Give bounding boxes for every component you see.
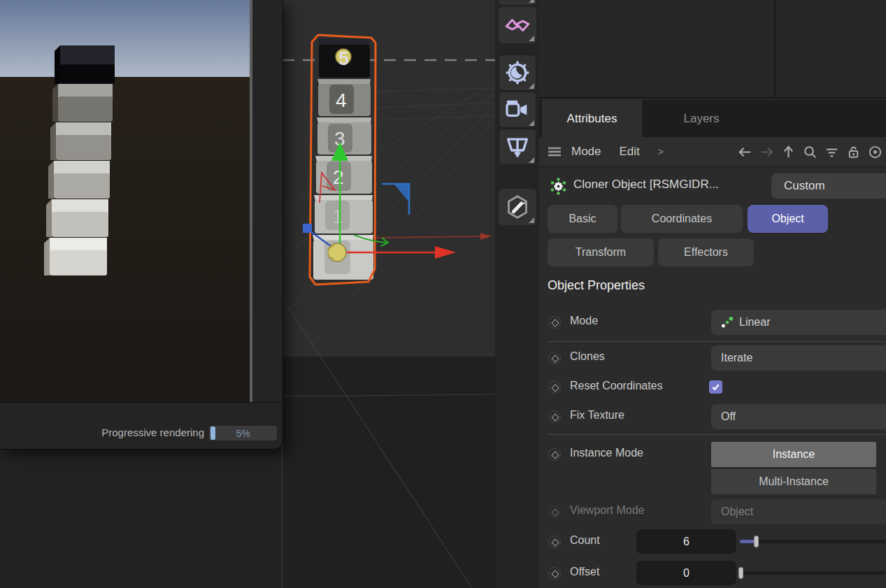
tab-object[interactable]: Object	[748, 205, 828, 233]
reset-coordinates-checkbox[interactable]	[709, 380, 722, 394]
panel-divider	[774, 0, 776, 99]
separator	[548, 434, 886, 435]
tab-layers[interactable]: Layers	[642, 100, 761, 137]
clone-handle-bottom[interactable]	[328, 243, 346, 261]
prop-row-fix-texture: Fix Texture Off	[539, 404, 886, 429]
toolbar-button-camera[interactable]	[499, 92, 536, 128]
filter-icon[interactable]	[824, 144, 840, 160]
flyout-corner-icon	[529, 36, 534, 41]
scene-object-toolbar	[496, 0, 539, 588]
separator	[548, 341, 886, 342]
render-progress-percent: 5%	[209, 426, 277, 440]
offset-slider[interactable]	[740, 561, 886, 585]
section-title: Object Properties	[548, 278, 645, 293]
viewport-3d[interactable]: 5 4 3 2 1	[282, 0, 494, 588]
viewport-mode-dropdown: Object	[711, 499, 886, 524]
mode-value: Linear	[739, 316, 770, 329]
prop-row-mode: Mode Linear	[539, 310, 886, 335]
reset-coordinates-label: Reset Coordinates	[570, 380, 663, 392]
flyout-corner-icon	[529, 120, 534, 126]
slider-thumb[interactable]	[738, 567, 743, 579]
render-statusbar: Progressive rendering 5%	[0, 420, 283, 448]
offset-input[interactable]: 0	[636, 561, 736, 585]
slider-track[interactable]	[740, 540, 886, 543]
render-progress-bar: 5%	[209, 426, 277, 440]
back-arrow-icon[interactable]	[737, 144, 753, 160]
instance-mode-label: Instance Mode	[570, 447, 643, 459]
offset-label: Offset	[570, 566, 599, 578]
toolbar-button-environment[interactable]	[499, 55, 536, 91]
cloner-object-icon	[549, 177, 568, 196]
fix-texture-dropdown[interactable]: Off	[711, 404, 886, 429]
fix-texture-label: Fix Texture	[570, 409, 624, 422]
attributes-panel: Attributes Layers Mode Edit >	[539, 0, 886, 588]
gizmo-z-handle[interactable]	[303, 224, 312, 233]
clone-number-4: 4	[336, 89, 347, 111]
keyframe-dot-icon[interactable]	[548, 536, 561, 548]
check-icon	[711, 382, 720, 392]
lock-icon[interactable]	[845, 144, 862, 160]
render-window-divider	[0, 402, 283, 403]
attributes-menu-row: Mode Edit >	[539, 137, 886, 167]
mode-label: Mode	[570, 315, 598, 327]
prop-row-count: Count 6	[539, 529, 886, 554]
stage-icon	[503, 133, 531, 161]
keyframe-dot-icon[interactable]	[548, 410, 561, 423]
keyframe-dot-icon[interactable]	[548, 567, 561, 580]
object-header-row: Cloner Object [RSMGIDR... Custom	[539, 168, 886, 204]
toolbar-button-clone-pair[interactable]	[499, 7, 536, 43]
forward-arrow-icon[interactable]	[759, 144, 775, 160]
tab-coordinates[interactable]: Coordinates	[621, 205, 743, 233]
slider-track[interactable]	[740, 571, 886, 575]
viewport-scene: 5 4 3 2 1	[283, 0, 495, 588]
progressive-rendering-label: Progressive rendering	[101, 426, 204, 438]
object-name: Cloner Object [RSMGIDR...	[573, 178, 719, 192]
prop-row-clones: Clones Iterate	[539, 345, 886, 371]
toolbar-button-stage[interactable]	[499, 129, 536, 165]
keyframe-dot-icon[interactable]	[548, 381, 561, 394]
toolbar-button-edit-capsule[interactable]	[499, 189, 536, 225]
preset-dropdown[interactable]: Custom	[771, 173, 886, 199]
search-icon[interactable]	[802, 144, 818, 160]
menu-edit[interactable]: Edit	[620, 145, 640, 159]
clone-number-2: 2	[333, 166, 344, 188]
render-preview-window: Progressive rendering 5%	[0, 0, 283, 450]
viewport-mode-value: Object	[721, 505, 753, 518]
attributes-panel-empty-area	[539, 0, 886, 99]
linear-mode-icon	[721, 316, 734, 329]
up-arrow-icon[interactable]	[780, 144, 796, 160]
camera-icon	[503, 96, 531, 124]
hamburger-menu-icon[interactable]	[546, 143, 563, 160]
instance-option-button[interactable]: Instance	[711, 442, 876, 467]
clones-value: Iterate	[721, 352, 752, 364]
tab-basic[interactable]: Basic	[548, 205, 617, 233]
clone-number-5: 5	[338, 48, 349, 69]
clones-dropdown[interactable]: Iterate	[711, 345, 886, 371]
slider-thumb[interactable]	[754, 536, 759, 547]
prop-row-reset-coordinates: Reset Coordinates	[539, 375, 886, 400]
mode-dropdown[interactable]: Linear	[711, 310, 886, 335]
flyout-corner-icon	[529, 0, 534, 3]
panel-tab-strip: Attributes Layers	[539, 100, 886, 137]
fix-texture-value: Off	[721, 410, 736, 423]
viewport-mode-label: Viewport Mode	[570, 504, 644, 517]
clone-pair-icon	[503, 11, 531, 39]
tab-effectors[interactable]: Effectors	[658, 238, 754, 266]
tab-transform[interactable]: Transform	[548, 238, 654, 266]
tab-attributes[interactable]: Attributes	[542, 100, 642, 137]
render-ground	[0, 77, 250, 402]
menu-mode[interactable]: Mode	[571, 145, 601, 159]
menu-chevron[interactable]: >	[658, 146, 664, 157]
toolbar-button-cutoff[interactable]	[499, 0, 536, 5]
flyout-corner-icon	[529, 83, 534, 89]
flyout-corner-icon	[529, 157, 534, 163]
keyframe-dot-icon[interactable]	[548, 352, 561, 364]
target-icon[interactable]	[867, 144, 883, 160]
multi-instance-option-button[interactable]: Multi-Instance	[711, 469, 876, 494]
keyframe-dot-icon[interactable]	[548, 316, 561, 329]
count-input[interactable]: 6	[636, 529, 736, 554]
render-image	[0, 0, 250, 402]
render-window-gutter	[250, 0, 252, 402]
keyframe-dot-icon[interactable]	[548, 448, 561, 461]
count-slider[interactable]	[740, 529, 886, 554]
